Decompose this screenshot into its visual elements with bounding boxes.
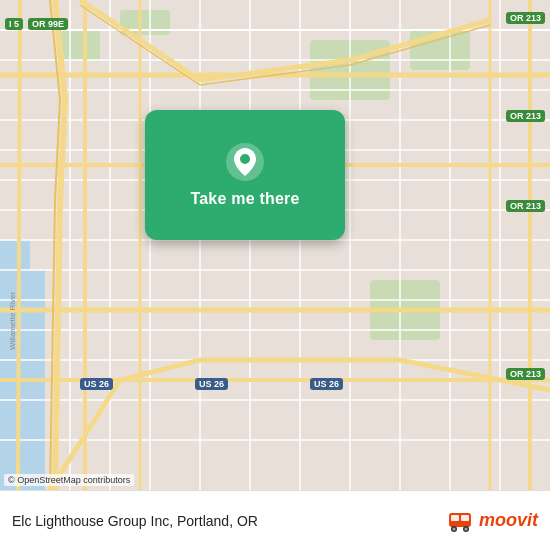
osm-attribution: © OpenStreetMap contributors [4, 474, 134, 486]
hw-label-i5: I 5 [5, 18, 23, 30]
map-svg: Willamette River [0, 0, 550, 490]
hw-label-us26-1: US 26 [80, 378, 113, 390]
location-pin-icon [225, 142, 265, 182]
location-info: Elc Lighthouse Group Inc, Portland, OR [12, 513, 258, 529]
bottom-bar: Elc Lighthouse Group Inc, Portland, OR m… [0, 490, 550, 550]
svg-rect-6 [60, 30, 100, 60]
hw-label-or99e: OR 99E [28, 18, 68, 30]
hw-label-or213-2: OR 213 [506, 110, 545, 122]
svg-rect-44 [451, 515, 459, 521]
popup-card[interactable]: Take me there [145, 110, 345, 240]
moovit-logo: moovit [447, 507, 538, 535]
svg-rect-45 [461, 515, 469, 521]
moovit-icon [447, 507, 475, 535]
svg-point-48 [452, 527, 455, 530]
svg-point-42 [240, 154, 250, 164]
svg-point-49 [464, 527, 467, 530]
hw-label-or213-4: OR 213 [506, 368, 545, 380]
map-container: Willamette River I 5 OR 99E OR 213 OR 21… [0, 0, 550, 490]
moovit-brand-text: moovit [479, 510, 538, 531]
take-me-there-button[interactable]: Take me there [190, 190, 299, 208]
hw-label-us26-2: US 26 [195, 378, 228, 390]
svg-text:Willamette River: Willamette River [8, 291, 17, 350]
location-name: Elc Lighthouse Group Inc, Portland, OR [12, 513, 258, 529]
hw-label-us26-3: US 26 [310, 378, 343, 390]
hw-label-or213-1: OR 213 [506, 12, 545, 24]
hw-label-or213-3: OR 213 [506, 200, 545, 212]
